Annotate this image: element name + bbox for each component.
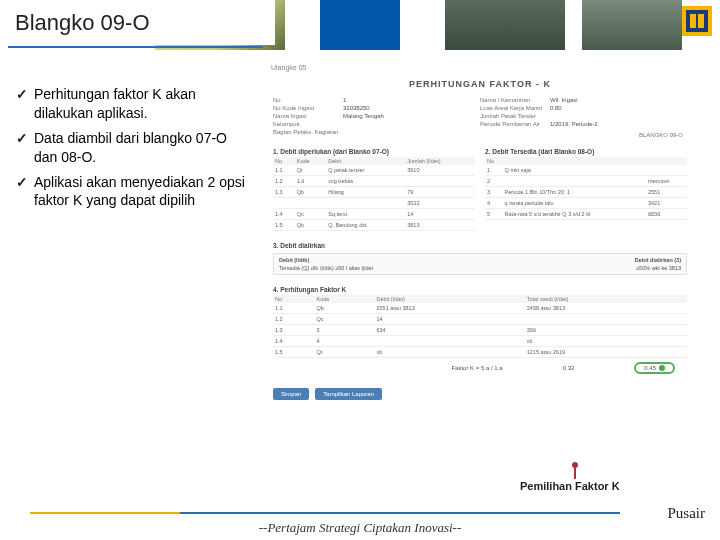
faktor-label: Faktor K = 5.a / 1.a <box>451 365 502 371</box>
corner-brand: Pusair <box>668 505 706 522</box>
meta-value: Malang Tengah <box>343 113 384 119</box>
sc-box-col: Debit dialirkan (3) <box>635 257 681 263</box>
meta-value: Wil. Irigasi <box>550 97 578 103</box>
sc-box-val: ≥50% wkt ke 3813 <box>636 265 681 271</box>
header-photo-3 <box>445 0 565 50</box>
footer-accent-yellow <box>30 512 180 514</box>
meta-label: Bagian Pelaks. Kegiatan <box>273 129 343 135</box>
sc-sec1-title: 1. Debit diperlukan (dari Blanko 07-O) <box>273 148 475 155</box>
meta-label: No Kode Irigasi <box>273 105 343 111</box>
sc-sec2-title: 2. Debit Tersedia (dari Blanko 08-O) <box>485 148 687 155</box>
meta-value: 0.80 <box>550 105 562 111</box>
footer-accent-blue <box>180 512 620 514</box>
check-dot-icon <box>659 365 665 371</box>
callout-line <box>574 465 576 479</box>
svg-rect-1 <box>686 10 708 32</box>
show-report-button[interactable]: Tampilkan Laporan <box>315 388 382 400</box>
save-button[interactable]: Simpan <box>273 388 309 400</box>
faktor-value-2: 0.45 <box>644 365 656 371</box>
meta-value: 32038250 <box>343 105 370 111</box>
sc-meta-left: No1 No Kode Irigasi32038250 Nama Irigasi… <box>273 97 480 137</box>
sc-table-1: NoKodeDebitJumlah (l/det) 1.1QtQ petak t… <box>273 157 475 231</box>
bullet-item: Aplikasi akan menyediakan 2 opsi faktor … <box>16 173 251 211</box>
pu-logo-icon <box>682 6 712 36</box>
sc-breadcrumb: Ulangke 05 <box>265 60 695 75</box>
meta-value: 1/2019, Periode-2 <box>550 121 598 127</box>
meta-label: No <box>273 97 343 103</box>
sc-heading: PERHITUNGAN FAKTOR - K <box>265 79 695 89</box>
meta-label: Jumlah Petak Tersier <box>480 113 550 119</box>
bullet-list: Perhitungan faktor K akan dilakukan apli… <box>16 85 251 216</box>
sc-box-col: Debit (l/dtk) <box>279 257 309 263</box>
svg-rect-3 <box>698 14 704 28</box>
meta-label: Luas Areal Kerja Mantri <box>480 105 550 111</box>
sc-table-4: NoKodeDebit (l/det)Total sasdi (l/det) 1… <box>273 295 687 358</box>
bullet-item: Data diambil dari blangko 07-O dan 08-O. <box>16 129 251 167</box>
bullet-item: Perhitungan faktor K akan dilakukan apli… <box>16 85 251 123</box>
slide-title: Blangko 09-O <box>0 0 275 45</box>
footer-tagline: --Pertajam Strategi Ciptakan Inovasi-- <box>0 520 720 536</box>
faktor-value-1: 0.32 <box>563 365 575 371</box>
meta-label: Nama Irigasi <box>273 113 343 119</box>
app-screenshot: Ulangke 05 BLANGKO 09-O PERHITUNGAN FAKT… <box>265 60 695 500</box>
meta-label: Nama / Kemantren <box>480 97 550 103</box>
sc-meta-right: Nama / KemantrenWil. Irigasi Luas Areal … <box>480 97 687 137</box>
meta-value: 1 <box>343 97 346 103</box>
sc-table-2: No 1Q min saja 2menurun 3Periode 1 Bln 1… <box>485 157 687 220</box>
meta-label: Periode Pemberian Air <box>480 121 550 127</box>
sc-sec3-title: 3. Debit dialirkan <box>273 242 687 249</box>
svg-rect-2 <box>690 14 696 28</box>
header-photo-2 <box>320 0 400 50</box>
sc-sec4-title: 4. Perhitungan Faktor K <box>273 286 687 293</box>
header-photo-4 <box>582 0 682 50</box>
faktor-value-2-selected[interactable]: 0.45 <box>634 362 675 374</box>
sc-form-code: BLANGKO 09-O <box>639 132 683 138</box>
title-underline <box>8 46 263 48</box>
sc-debit-box: Debit (l/dtk)Debit dialirkan (3) Tersedi… <box>273 253 687 275</box>
callout-label: Pemilihan Faktor K <box>520 480 620 492</box>
sc-box-val: Tersedia (Q) d/b (l/dtk) ≥50 l alias lj/… <box>279 265 373 271</box>
meta-label: Kelompok <box>273 121 343 127</box>
faktor-k-row: Faktor K = 5.a / 1.a 0.32 0.45 <box>273 358 687 378</box>
